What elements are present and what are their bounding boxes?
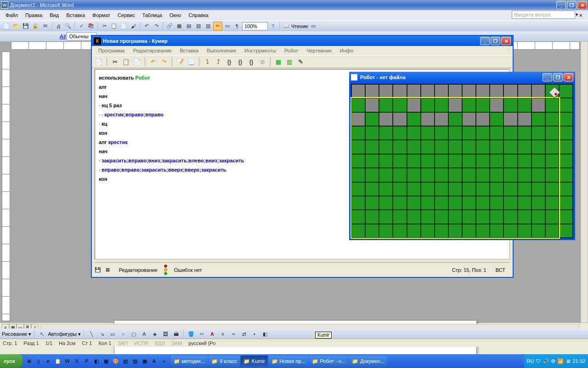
- robot-cell[interactable]: [365, 168, 379, 182]
- close-button[interactable]: ✕: [577, 1, 587, 9]
- ql-paint-icon[interactable]: 🎨: [111, 356, 120, 366]
- robot-cell[interactable]: [393, 168, 407, 182]
- ql-app6-icon[interactable]: ▩: [140, 356, 149, 366]
- tray-icon[interactable]: 🖥: [565, 358, 571, 364]
- robot-cell[interactable]: [421, 182, 435, 196]
- kalg-icon[interactable]: 📝: [175, 57, 185, 67]
- robot-cell[interactable]: [518, 224, 531, 238]
- robot-cell[interactable]: [518, 140, 531, 154]
- robot-cell[interactable]: [476, 140, 490, 154]
- kmenu-edit[interactable]: Редактирование: [130, 47, 175, 54]
- robot-cell[interactable]: [448, 98, 462, 112]
- tables-borders-icon[interactable]: ▦: [175, 22, 184, 31]
- robot-cell[interactable]: [518, 182, 531, 196]
- para-icon[interactable]: ¶: [232, 22, 242, 31]
- robot-cell[interactable]: [448, 84, 462, 98]
- robot-cell[interactable]: [379, 168, 393, 182]
- robot-cell[interactable]: [421, 154, 435, 168]
- robot-cell[interactable]: [545, 140, 559, 154]
- kstep-over-icon[interactable]: ⤴: [213, 57, 223, 67]
- robot-cell[interactable]: [365, 140, 379, 154]
- robot-cell[interactable]: [531, 168, 545, 182]
- robot-cell[interactable]: [531, 182, 545, 196]
- robot-cell[interactable]: [531, 154, 545, 168]
- robot-cell[interactable]: [462, 154, 476, 168]
- robot-cell[interactable]: [379, 126, 393, 140]
- robot-cell[interactable]: [421, 112, 435, 126]
- robot-cell[interactable]: [421, 126, 435, 140]
- ql-app5-icon[interactable]: ▨: [130, 356, 140, 366]
- kumir-titlebar[interactable]: К Новая программа - Кумир _ ❐ ✕: [92, 36, 513, 46]
- dash-style-icon[interactable]: ┅: [229, 329, 238, 339]
- knew-icon[interactable]: 📄: [94, 57, 104, 67]
- robot-cell[interactable]: [462, 126, 476, 140]
- robot-cell[interactable]: [518, 154, 531, 168]
- robot-cell[interactable]: [503, 112, 517, 126]
- robot-cell[interactable]: [531, 196, 545, 210]
- robot-cell[interactable]: [476, 196, 490, 210]
- robot-cell[interactable]: [407, 182, 421, 196]
- robot-cell[interactable]: [435, 168, 448, 182]
- robot-titlebar[interactable]: Робот - нет файла _ ❐ ✕: [349, 72, 575, 83]
- ql-notepad-icon[interactable]: 📋: [53, 356, 62, 366]
- robot-cell[interactable]: [351, 196, 365, 210]
- robot-cell[interactable]: [351, 84, 365, 98]
- robot-cell[interactable]: [435, 154, 448, 168]
- paste-icon[interactable]: 📄: [119, 22, 128, 31]
- kstop-icon[interactable]: ⊘: [257, 57, 267, 67]
- robot-cell[interactable]: [462, 182, 476, 196]
- docmap-icon[interactable]: ▭: [223, 22, 232, 31]
- drawing-icon[interactable]: ✏: [213, 22, 222, 31]
- robot-cell[interactable]: [545, 210, 559, 224]
- taskbar-task[interactable]: 📁Робот - н...: [309, 356, 348, 367]
- robot-cell[interactable]: [393, 196, 407, 210]
- kumir-minimize-button[interactable]: _: [480, 37, 490, 45]
- robot-cell[interactable]: [518, 98, 531, 112]
- robot-cell[interactable]: [462, 98, 476, 112]
- robot-cell[interactable]: [503, 196, 517, 210]
- ql-excel-icon[interactable]: X: [73, 356, 82, 366]
- menu-edit[interactable]: Правка: [22, 12, 46, 19]
- robot-cell[interactable]: [490, 126, 503, 140]
- robot-cell[interactable]: [559, 196, 573, 210]
- copy-icon[interactable]: 📋: [109, 22, 119, 31]
- robot-cell[interactable]: [490, 224, 503, 238]
- new-icon[interactable]: 📄: [2, 22, 11, 31]
- robot-cell[interactable]: [407, 196, 421, 210]
- robot-cell[interactable]: [545, 224, 559, 238]
- robot-cell[interactable]: [476, 182, 490, 196]
- menu-insert[interactable]: Вставка: [62, 12, 89, 19]
- robot-cell[interactable]: [435, 224, 448, 238]
- robot-cell[interactable]: [379, 196, 393, 210]
- tray-icon[interactable]: 🔊: [543, 358, 549, 364]
- robot-cell[interactable]: [490, 84, 503, 98]
- robot-cell[interactable]: [545, 126, 559, 140]
- columns-icon[interactable]: ▥: [204, 22, 213, 31]
- robot-cell[interactable]: [351, 168, 365, 182]
- robot-cell[interactable]: [435, 112, 448, 126]
- taskbar-task[interactable]: 📁Kumir: [241, 356, 268, 367]
- robot-cell[interactable]: [448, 196, 462, 210]
- ql-app2-icon[interactable]: ▦: [102, 356, 111, 366]
- fill-color-icon[interactable]: 🪣: [187, 329, 196, 339]
- robot-cell[interactable]: [365, 98, 379, 112]
- reading-label[interactable]: Чтение: [291, 23, 308, 29]
- robot-cell[interactable]: [435, 210, 448, 224]
- save-icon[interactable]: 💾: [21, 22, 30, 31]
- robot-cell[interactable]: [435, 196, 448, 210]
- line-style-icon[interactable]: ≡: [218, 329, 227, 339]
- robot-cell[interactable]: [421, 84, 435, 98]
- taskbar-task[interactable]: 📁Новая пр...: [269, 356, 308, 367]
- research-icon[interactable]: 📚: [86, 22, 96, 31]
- robot-cell[interactable]: [518, 210, 531, 224]
- line-color-icon[interactable]: ✏: [197, 329, 206, 339]
- robot-cell[interactable]: [490, 182, 503, 196]
- robot-cell[interactable]: [462, 224, 476, 238]
- robot-cell[interactable]: [476, 168, 490, 182]
- robot-cell[interactable]: [503, 98, 517, 112]
- close-doc-button[interactable]: ×: [575, 11, 586, 20]
- robot-cell[interactable]: [448, 154, 462, 168]
- reading-icon[interactable]: 📖: [282, 22, 291, 31]
- arrow-style-icon[interactable]: ⇄: [239, 329, 249, 339]
- robot-cell[interactable]: [545, 112, 559, 126]
